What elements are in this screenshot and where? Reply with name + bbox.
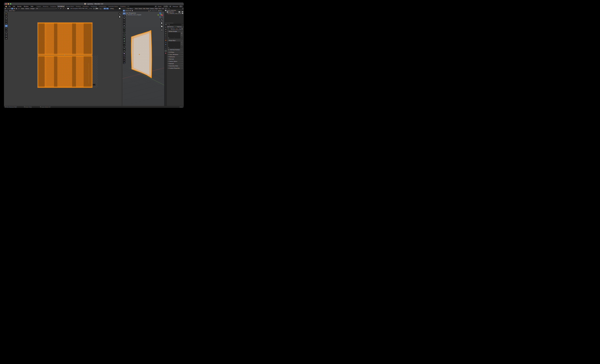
viewport-canvas[interactable]: User Perspective (1) Tütchen_rissc_mappe…	[122, 11, 164, 106]
list-grip-icon[interactable]: ∷∷	[174, 47, 175, 48]
vp-shrink-fatten-tool[interactable]: ⇕	[123, 57, 125, 59]
shape-key-specials-menu[interactable]: ▾	[181, 46, 183, 48]
vp-grid-ortho-icon[interactable]	[160, 28, 163, 31]
axis-y-neg-ball[interactable]	[158, 14, 159, 16]
vp-measure-tool[interactable]: ◠	[123, 30, 125, 32]
fake-user-shield-icon[interactable]	[181, 28, 183, 30]
vp-menu-select[interactable]: Select	[138, 8, 142, 9]
uv-snapping-dropdown[interactable]: ⊞▾	[60, 8, 62, 9]
uv-relax-tool[interactable]: ◍	[5, 35, 8, 37]
browse-image-icon[interactable]: ▾	[67, 8, 70, 9]
select-invert-icon[interactable]: ◩	[129, 10, 131, 11]
vp-move-tool[interactable]: ✚	[123, 18, 125, 20]
vp-pan-hand-icon[interactable]	[160, 22, 163, 25]
add-shape-key-button[interactable]: +	[181, 41, 183, 43]
options-dropdown[interactable]: Options▾	[157, 10, 164, 11]
list-filter-arrow-icon[interactable]: ▶	[169, 37, 169, 38]
new-image-icon[interactable]	[94, 8, 96, 9]
tab-modifiers[interactable]: ✢	[165, 41, 167, 43]
remove-shape-key-button[interactable]: −	[181, 43, 183, 45]
vp-poly-build-tool[interactable]: ▰	[123, 47, 125, 50]
vp-shear-tool[interactable]: ▱	[123, 59, 125, 62]
vp-bevel-tool[interactable]: ◪	[123, 40, 125, 42]
workspace-tab-rendering[interactable]: Rendering	[90, 5, 98, 7]
mesh-name-field[interactable]: Tütchen_rissc_mappes	[170, 28, 181, 30]
outliner-row-scene-collection[interactable]: Scene Collection	[165, 9, 184, 11]
vertex-groups-title[interactable]: Vertex Groups	[169, 31, 177, 32]
unlink-scene-icon[interactable]: ×	[167, 6, 169, 7]
panel-texture-space[interactable]: ▶ Texture Space ∷∷	[168, 60, 183, 62]
panel-uv-maps[interactable]: ▶ UV Maps ∷∷	[168, 51, 183, 53]
panel-custom-properties[interactable]: ▶ Custom Properties ∷∷	[168, 67, 183, 69]
pin-scene-icon[interactable]	[163, 6, 165, 7]
tab-scene[interactable]: ◍	[165, 35, 167, 37]
hide-eye-icon[interactable]	[180, 13, 181, 14]
snap-correct-icon[interactable]: ⊞	[155, 10, 157, 11]
disable-render-icon[interactable]	[182, 12, 183, 12]
uv-cursor-tool[interactable]: ⊕	[5, 15, 8, 17]
tab-object[interactable]: ▣	[165, 39, 167, 41]
workspace-tab-geometry-nodes[interactable]: Geometry Nodes	[107, 5, 119, 7]
workspace-tab-animation[interactable]: Animation	[82, 5, 90, 7]
panel-grip-icon[interactable]: ∷∷	[182, 63, 183, 64]
shape-keys-list[interactable]: ▶ ∷∷	[168, 41, 180, 48]
add-rest-position-checkbox[interactable]	[168, 49, 169, 50]
uv-snap-arc-icon[interactable]: ↶	[58, 8, 59, 9]
view-layer-icon[interactable]: ▥▾	[169, 6, 171, 7]
uv-snap-toggle[interactable]: ↷▾	[104, 8, 106, 9]
uv-2d-cursor[interactable]: ✕	[64, 54, 65, 56]
vp-rotate-tool[interactable]: ↻	[123, 20, 125, 22]
vp-menu-add[interactable]: Add	[143, 8, 146, 9]
new-scene-icon[interactable]	[165, 6, 167, 7]
breadcrumb-object[interactable]: Tütchen...	[169, 26, 175, 27]
collapse-icon[interactable]: ▾	[168, 31, 169, 32]
uv-sticky-selection-dropdown[interactable]: ◳▾	[18, 8, 20, 9]
uv-falloff-dropdown[interactable]: ∿▾	[65, 8, 67, 9]
axis-z-neg-ball[interactable]	[159, 16, 161, 18]
select-extend-icon[interactable]: ◨	[125, 10, 127, 11]
vp-knife-tool[interactable]: ∕	[123, 45, 125, 47]
panel-grip-icon[interactable]: ∷∷	[182, 31, 183, 32]
vp-edge-slide-tool[interactable]: ◫	[123, 55, 125, 57]
menu-edit[interactable]: Edit	[12, 6, 16, 7]
uv-zoom-icon[interactable]	[118, 12, 121, 15]
vp-transform-tool[interactable]: ◈	[123, 25, 125, 27]
tab-constraints[interactable]: ⊶	[165, 48, 167, 50]
uv-sync-selection-toggle[interactable]: ⇄	[7, 8, 9, 9]
properties-editor-type-dropdown[interactable]: ▥▾	[165, 24, 167, 25]
uv-editor-type-dropdown[interactable]: ▦▾	[4, 8, 7, 9]
collection-checkbox[interactable]: ✓	[179, 11, 180, 12]
vp-menu-edge[interactable]: Edge	[155, 8, 158, 9]
vp-menu-mesh[interactable]: Mesh	[146, 8, 150, 9]
workspace-tab-sculpting[interactable]: Sculpting	[49, 5, 57, 7]
select-subtract-icon[interactable]: ◧	[127, 10, 129, 11]
menu-file[interactable]: File	[8, 6, 12, 7]
workspace-tab-texture-paint[interactable]: Texture Paint	[65, 5, 75, 7]
uv-edge-select-icon[interactable]: ◫	[11, 8, 13, 9]
tab-tool[interactable]: ✚	[165, 26, 167, 28]
uv-annotate-tool[interactable]: ✎	[5, 27, 8, 30]
uv-measure-tool[interactable]: ▭	[5, 30, 8, 32]
workspace-tab-uv-editing[interactable]: UV Editing	[57, 5, 65, 7]
uv-proportional-editing-toggle[interactable]: ◎	[62, 8, 64, 9]
properties-options-dropdown[interactable]: ▾	[182, 24, 183, 25]
properties-search-input[interactable]	[168, 24, 182, 25]
uv-pinch-tool[interactable]: ◗	[5, 37, 8, 40]
vp-spin-tool[interactable]: ◔	[123, 50, 125, 52]
uv-pan-hand-icon[interactable]	[118, 16, 121, 18]
mirror-z-toggle[interactable]: Z	[153, 10, 155, 11]
uv-select-box-tool[interactable]: ▶	[5, 13, 8, 15]
mirror-icon[interactable]: ⋈	[148, 9, 150, 12]
tab-world[interactable]: ◯	[165, 37, 167, 39]
vertex-group-specials-menu[interactable]: ▾	[181, 37, 183, 38]
remove-vertex-group-button[interactable]: −	[181, 34, 183, 36]
display-channels-dropdown[interactable]: ▾	[119, 8, 122, 9]
workspace-tab-modeling[interactable]: Modeling	[42, 5, 49, 7]
add-vertex-group-button[interactable]: +	[181, 32, 183, 34]
list-filter-arrow-icon[interactable]: ▶	[169, 47, 169, 48]
zoom-window-button[interactable]	[10, 3, 11, 5]
disable-render-icon[interactable]	[182, 13, 183, 14]
vp-menu-vertex[interactable]: Vertex	[150, 8, 154, 9]
select-intersect-icon[interactable]: ▩	[131, 10, 133, 11]
scene-icon[interactable]: ◍▾	[155, 6, 157, 7]
